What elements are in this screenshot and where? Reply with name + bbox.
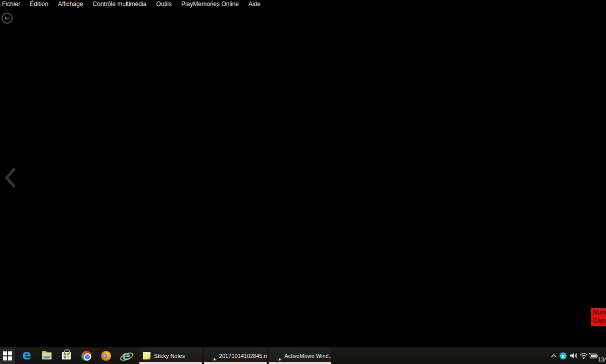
playmemories-icon xyxy=(208,351,216,360)
menu-playmemories-online[interactable]: PlayMemories Online xyxy=(181,1,239,8)
store-icon xyxy=(62,352,71,359)
lock-status-osd: Num Lock Caps Lock xyxy=(591,308,606,326)
wifi-icon xyxy=(580,353,588,359)
internet-explorer-icon xyxy=(120,350,133,361)
caps-lock-label: Caps Lock xyxy=(593,317,606,325)
tray-battery-button[interactable] xyxy=(587,347,598,364)
taskbar-window-label: Sticky Notes xyxy=(154,353,185,359)
num-lock-label: Num Lock xyxy=(593,308,606,317)
sticky-notes-icon xyxy=(143,352,150,359)
menu-fichier[interactable]: Fichier xyxy=(2,1,20,8)
menu-aide[interactable]: Aide xyxy=(248,1,261,8)
tray-expand-chevron-icon xyxy=(551,354,557,357)
taskbar-window-label: 20171014102845.m... xyxy=(219,353,267,359)
menu-outils[interactable]: Outils xyxy=(156,1,172,8)
open-window-underline xyxy=(139,362,202,364)
taskbar-window-sticky-notes[interactable]: Sticky Notes xyxy=(139,347,202,364)
open-window-underline xyxy=(204,362,267,364)
menu-affichage[interactable]: Affichage xyxy=(58,1,83,8)
file-explorer-icon xyxy=(42,352,52,359)
menu-bar: Fichier Édition Affichage Contrôle multi… xyxy=(0,0,606,8)
start-button[interactable] xyxy=(0,347,15,364)
taskbar-file-explorer-button[interactable] xyxy=(37,347,56,364)
battery-icon xyxy=(588,353,598,358)
edge-icon xyxy=(22,350,31,361)
taskbar: Sticky Notes 20171014102845.m... ActiveM… xyxy=(0,347,606,364)
taskbar-firefox-button[interactable] xyxy=(96,347,116,364)
taskbar-store-button[interactable] xyxy=(57,347,76,364)
media-viewer-canvas xyxy=(0,24,606,347)
taskbar-edge-button[interactable] xyxy=(17,347,36,364)
tray-expand-button[interactable] xyxy=(549,347,558,364)
volume-icon xyxy=(570,352,578,359)
windows-start-icon xyxy=(3,351,12,360)
taskbar-internet-explorer-button[interactable] xyxy=(117,347,136,364)
menu-edition[interactable]: Édition xyxy=(30,1,48,8)
previous-item-chevron-icon[interactable] xyxy=(4,166,17,189)
back-arrow-icon xyxy=(4,16,10,21)
taskbar-clock[interactable]: 13/ xyxy=(598,356,605,362)
taskbar-window-activemovie[interactable]: ActiveMovie Wind... xyxy=(269,347,331,364)
firefox-icon xyxy=(101,351,111,361)
tray-volume-button[interactable] xyxy=(569,347,579,364)
taskbar-window-label: ActiveMovie Wind... xyxy=(284,353,331,359)
tray-eset-button[interactable] xyxy=(559,347,568,364)
menu-controle-multimedia[interactable]: Contrôle multimédia xyxy=(93,1,147,8)
eset-icon xyxy=(560,352,567,359)
playmemories-icon xyxy=(272,351,281,360)
back-button[interactable] xyxy=(2,13,13,24)
taskbar-window-media-file[interactable]: 20171014102845.m... xyxy=(204,347,267,364)
open-window-underline xyxy=(269,362,331,364)
chrome-icon xyxy=(81,351,91,361)
taskbar-chrome-button[interactable] xyxy=(77,347,96,364)
